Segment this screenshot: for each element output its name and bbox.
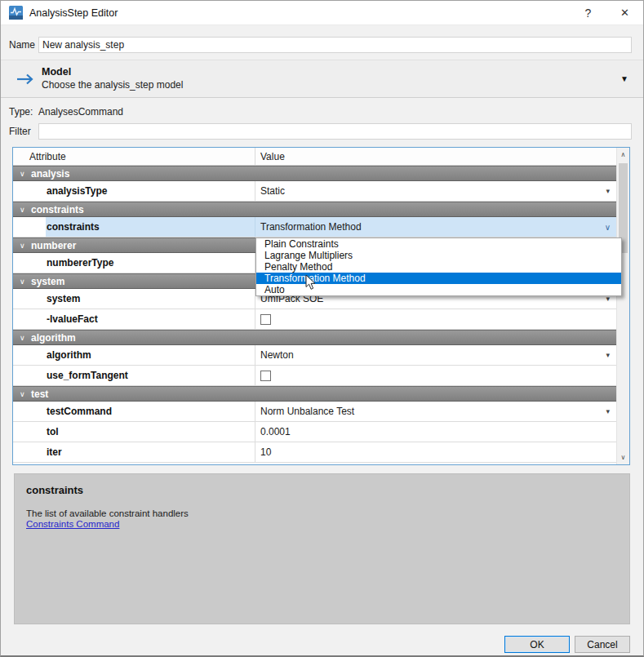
header-attribute[interactable]: Attribute: [13, 148, 255, 165]
attribute-label: use_formTangent: [47, 370, 128, 381]
attribute-label: numbererType: [47, 257, 113, 269]
cancel-button[interactable]: Cancel: [575, 636, 630, 653]
ok-button[interactable]: OK: [504, 636, 570, 653]
model-title: Model: [42, 66, 183, 79]
scroll-up-icon[interactable]: ∧: [617, 148, 629, 162]
dropdown-caret-icon: ∨: [605, 223, 611, 232]
attribute-label: -lvalueFact: [47, 313, 98, 325]
app-icon: [9, 6, 23, 20]
description-text: The list of available constraint handler…: [26, 508, 618, 519]
constraints-command-link[interactable]: Constraints Command: [26, 519, 618, 529]
filter-row: Filter: [9, 123, 632, 140]
name-row: Name: [9, 37, 632, 53]
type-value: AnalysesCommand: [38, 106, 123, 119]
vertical-scrollbar[interactable]: ∧ ∨: [616, 148, 629, 464]
checkbox-unchecked[interactable]: [260, 314, 271, 325]
mouse-cursor-icon: [305, 274, 316, 291]
dropdown-option[interactable]: Lagrange Multipliers: [256, 250, 621, 261]
name-label: Name: [9, 39, 38, 51]
chevron-down-icon: ∨: [20, 334, 31, 342]
dropdown-caret-icon: ▾: [606, 351, 610, 359]
type-label: Type:: [9, 106, 38, 119]
chevron-down-icon: ∨: [20, 242, 31, 250]
scroll-down-icon[interactable]: ∨: [617, 451, 629, 464]
value-text: 10: [260, 446, 271, 458]
close-button[interactable]: ✕: [606, 1, 643, 25]
analysisType-combobox[interactable]: Static ▾: [255, 181, 616, 201]
combo-value: Transformation Method: [260, 221, 362, 233]
attr-row-iter[interactable]: iter 10: [13, 442, 616, 463]
attribute-label: constraints: [47, 221, 100, 233]
filter-input[interactable]: [38, 123, 632, 140]
group-row-analysis[interactable]: ∨ analysis: [13, 166, 616, 181]
attribute-label: testCommand: [47, 406, 112, 417]
model-arrow-icon: [16, 73, 37, 86]
attr-row-lvalueFact[interactable]: -lvalueFact: [13, 309, 616, 330]
table-header: Attribute Value: [13, 148, 616, 166]
attribute-table: Attribute Value ∨ analysis analysisType …: [12, 147, 630, 465]
chevron-down-icon: ∨: [20, 277, 31, 286]
attribute-label: iter: [47, 446, 62, 458]
name-input[interactable]: [38, 37, 632, 53]
group-label: constraints: [31, 204, 84, 215]
group-row-constraints[interactable]: ∨ constraints: [13, 202, 616, 217]
group-label: numberer: [31, 240, 76, 251]
dropdown-option[interactable]: Penalty Method: [256, 261, 621, 273]
dialog-button-row: OK Cancel: [1, 636, 630, 653]
combo-value: Static: [260, 185, 285, 197]
attribute-label: system: [47, 293, 80, 304]
testCommand-combobox[interactable]: Norm Unbalance Test ▾: [255, 402, 616, 421]
description-title: constraints: [26, 484, 618, 496]
attr-row-tol[interactable]: tol 0.0001: [13, 422, 616, 442]
group-label: system: [31, 276, 64, 287]
attr-row-analysisType[interactable]: analysisType Static ▾: [13, 181, 616, 202]
dropdown-caret-icon: ▾: [606, 407, 610, 415]
attribute-label: analysisType: [47, 185, 107, 197]
dropdown-option[interactable]: Plain Constraints: [256, 238, 621, 250]
checkbox-unchecked[interactable]: [260, 371, 271, 381]
attr-row-constraints[interactable]: constraints Transformation Method ∨: [13, 217, 616, 237]
algorithm-combobox[interactable]: Newton ▾: [255, 345, 616, 365]
group-label: test: [31, 388, 48, 400]
attr-row-testCommand[interactable]: testCommand Norm Unbalance Test ▾: [13, 402, 616, 422]
type-line: Type: AnalysesCommand: [9, 106, 632, 119]
analysis-step-editor-dialog: AnalysisStep Editor ? ✕ Name Model Choos…: [0, 0, 644, 657]
attr-row-algorithm[interactable]: algorithm Newton ▾: [13, 345, 616, 366]
combo-value: Newton: [260, 349, 294, 361]
attr-row-use_formTangent[interactable]: use_formTangent: [13, 366, 616, 386]
value-text: 0.0001: [260, 426, 291, 437]
chevron-down-icon: ∨: [20, 390, 31, 398]
group-row-test[interactable]: ∨ test: [13, 386, 616, 402]
attribute-label: tol: [47, 426, 59, 437]
filter-label: Filter: [9, 126, 38, 137]
model-section-header[interactable]: Model Choose the analysis_step model ▼: [1, 60, 643, 98]
header-value[interactable]: Value: [255, 148, 616, 165]
iter-value-field[interactable]: 10: [255, 442, 616, 462]
combo-value: Norm Unbalance Test: [260, 406, 354, 417]
constraints-combobox[interactable]: Transformation Method ∨: [255, 217, 616, 237]
group-label: analysis: [31, 168, 69, 180]
model-expand-caret-icon[interactable]: ▼: [620, 74, 628, 83]
tol-value-field[interactable]: 0.0001: [255, 422, 616, 442]
dropdown-caret-icon: ▾: [606, 187, 610, 195]
chevron-down-icon: ∨: [20, 206, 31, 214]
window-title: AnalysisStep Editor: [29, 7, 118, 19]
attribute-label: algorithm: [47, 349, 91, 361]
constraints-dropdown-popup: Plain Constraints Lagrange Multipliers P…: [255, 237, 622, 296]
help-button[interactable]: ?: [570, 1, 606, 25]
group-label: algorithm: [31, 332, 76, 344]
model-subtitle: Choose the analysis_step model: [42, 79, 183, 91]
group-row-algorithm[interactable]: ∨ algorithm: [13, 330, 616, 345]
chevron-down-icon: ∨: [20, 170, 31, 178]
title-bar: AnalysisStep Editor ? ✕: [1, 1, 643, 25]
description-panel: constraints The list of available constr…: [14, 473, 630, 624]
